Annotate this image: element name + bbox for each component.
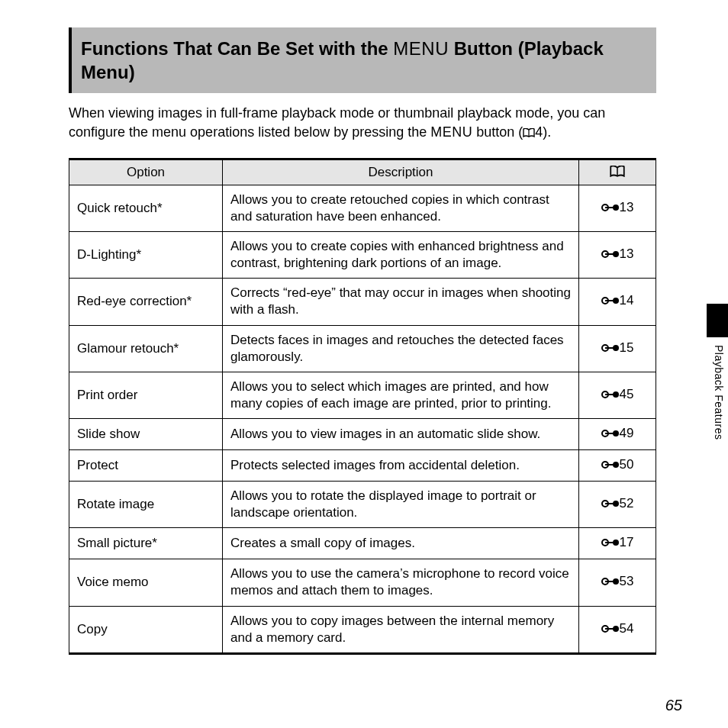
- table-row: Print orderAllows you to select which im…: [69, 372, 656, 418]
- cell-description: Creates a small copy of images.: [223, 528, 579, 559]
- cell-reference: 17: [579, 528, 656, 559]
- cell-option: Glamour retouch*: [69, 325, 223, 372]
- table-row: CopyAllows you to copy images between th…: [69, 606, 656, 653]
- cell-reference: 53: [579, 559, 656, 606]
- cell-option: Slide show: [69, 418, 223, 449]
- cell-reference: 13: [579, 185, 656, 231]
- cell-option: Voice memo: [69, 559, 223, 606]
- intro-ref-num: 4: [535, 124, 543, 140]
- cell-reference: 49: [579, 418, 656, 449]
- reference-number: 49: [620, 426, 634, 440]
- reference-icon: [601, 201, 620, 217]
- cell-description: Allows you to create retouched copies in…: [223, 185, 579, 231]
- reference-icon: [601, 497, 620, 514]
- cell-option: D-Lighting*: [69, 232, 223, 279]
- menu-glyph-small: MENU: [430, 124, 472, 140]
- table-row: Small picture*Creates a small copy of im…: [69, 528, 656, 559]
- reference-icon: [601, 622, 620, 639]
- cell-reference: 50: [579, 450, 656, 482]
- reference-icon: [601, 536, 620, 552]
- table-row: Glamour retouch*Detects faces in images …: [69, 325, 656, 372]
- cell-reference: 45: [579, 372, 656, 418]
- cell-description: Allows you to copy images between the in…: [223, 606, 579, 653]
- cell-option: Print order: [69, 372, 223, 418]
- section-title: Functions That Can Be Set with the MENU …: [69, 27, 656, 93]
- cell-description: Allows you to create copies with enhance…: [223, 232, 579, 279]
- reference-number: 13: [620, 200, 634, 214]
- menu-glyph: MENU: [393, 38, 449, 59]
- reference-icon: [601, 247, 620, 264]
- reference-number: 50: [620, 457, 634, 472]
- reference-number: 45: [620, 387, 634, 401]
- reference-number: 53: [620, 574, 634, 588]
- intro-paragraph: When viewing images in full-frame playba…: [69, 104, 656, 141]
- reference-icon: [601, 294, 620, 311]
- options-table: Option Description Quick retouch*Allows …: [69, 158, 656, 655]
- cell-description: Detects faces in images and retouches th…: [223, 325, 579, 372]
- reference-icon: [601, 388, 620, 404]
- table-header-row: Option Description: [69, 159, 656, 185]
- cell-option: Protect: [69, 450, 223, 482]
- reference-icon: [601, 575, 620, 591]
- reference-icon: [601, 458, 620, 475]
- reference-number: 52: [620, 496, 634, 511]
- section-tab-marker: [707, 304, 728, 337]
- table-row: Voice memoAllows you to use the camera’s…: [69, 559, 656, 606]
- header-description: Description: [223, 159, 579, 185]
- book-icon: [610, 166, 625, 177]
- cell-description: Protects selected images from accidental…: [223, 450, 579, 482]
- table-row: Slide showAllows you to view images in a…: [69, 418, 656, 449]
- cell-option: Rotate image: [69, 482, 223, 528]
- cell-description: Allows you to rotate the displayed image…: [223, 482, 579, 528]
- cell-reference: 15: [579, 325, 656, 372]
- reference-icon: [601, 427, 620, 443]
- cell-reference: 13: [579, 232, 656, 279]
- cell-reference: 54: [579, 606, 656, 653]
- cell-description: Allows you to view images in an automati…: [223, 418, 579, 449]
- cell-option: Copy: [69, 606, 223, 653]
- table-row: D-Lighting*Allows you to create copies w…: [69, 232, 656, 279]
- title-pre: Functions That Can Be Set with the: [81, 38, 393, 59]
- page-content: Functions That Can Be Set with the MENU …: [69, 27, 656, 655]
- reference-number: 14: [620, 293, 634, 308]
- reference-number: 13: [620, 246, 634, 261]
- cell-option: Quick retouch*: [69, 185, 223, 231]
- reference-number: 15: [620, 340, 634, 355]
- intro-text-mid: button (: [472, 124, 523, 140]
- section-tab-label: Playback Features: [713, 345, 725, 440]
- book-icon: [523, 128, 535, 137]
- cell-reference: 52: [579, 482, 656, 528]
- intro-text-post: ).: [543, 124, 551, 140]
- cell-option: Small picture*: [69, 528, 223, 559]
- table-row: Quick retouch*Allows you to create retou…: [69, 185, 656, 231]
- header-reference: [579, 159, 656, 185]
- page-number: 65: [665, 697, 682, 714]
- cell-description: Corrects “red-eye” that may occur in ima…: [223, 279, 579, 325]
- reference-number: 17: [620, 535, 634, 549]
- cell-reference: 14: [579, 279, 656, 325]
- cell-description: Allows you to use the camera’s microphon…: [223, 559, 579, 606]
- cell-description: Allows you to select which images are pr…: [223, 372, 579, 418]
- reference-icon: [601, 341, 620, 358]
- table-row: ProtectProtects selected images from acc…: [69, 450, 656, 482]
- cell-option: Red-eye correction*: [69, 279, 223, 325]
- table-row: Rotate imageAllows you to rotate the dis…: [69, 482, 656, 528]
- reference-number: 54: [620, 621, 634, 636]
- table-row: Red-eye correction*Corrects “red-eye” th…: [69, 279, 656, 325]
- header-option: Option: [69, 159, 223, 185]
